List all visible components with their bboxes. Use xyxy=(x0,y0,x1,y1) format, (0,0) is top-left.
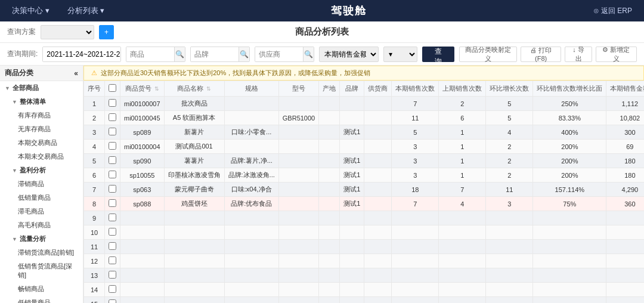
table-row[interactable]: 4mi00100004测试商品001312200%6915 xyxy=(84,140,645,154)
print-btn[interactable]: 🖨 打印(F8) xyxy=(521,47,561,62)
table-row[interactable]: 12 xyxy=(84,254,645,268)
row-checkbox[interactable] xyxy=(109,156,116,164)
sku-search-icon[interactable]: 🔍 xyxy=(239,47,249,62)
table-row[interactable]: 11 xyxy=(84,240,645,254)
sidebar-item-traded[interactable]: 本期交易商品 xyxy=(0,136,83,150)
table-row[interactable]: 5sp090薯薯片品牌:薯片,净...测试1312200%18060 xyxy=(84,154,645,168)
table-cell[interactable] xyxy=(105,140,120,154)
table-cell[interactable] xyxy=(105,197,120,211)
sidebar-item-in-stock[interactable]: 有库存商品 xyxy=(0,109,83,122)
return-erp-btn[interactable]: ⊙ 返回 ERP xyxy=(593,6,632,16)
table-row[interactable]: 8sp088鸡蛋饼坯品牌:优布食品测试174375%3602401 xyxy=(84,197,645,211)
table-row[interactable]: 7sp063蒙元椰子曲奇口味:x04,净合测试118711157.114%4,2… xyxy=(84,183,645,197)
row-checkbox[interactable] xyxy=(109,271,116,279)
table-cell xyxy=(392,225,439,240)
sort-icon[interactable]: ⇅ xyxy=(206,86,211,92)
item-label: 本期交易商品 xyxy=(18,138,57,147)
table-cell: 蒙元椰子曲奇 xyxy=(164,183,224,197)
table-body: 1mi00100007批次商品725250%1,112801.02mi00100… xyxy=(84,97,645,304)
table-row[interactable]: 1mi00100007批次商品725250%1,112801.0 xyxy=(84,97,645,111)
table-cell xyxy=(533,240,606,254)
table-row[interactable]: 13 xyxy=(84,268,645,283)
sidebar-collapse-icon[interactable]: « xyxy=(74,69,78,78)
sidebar-item-slow-flow-pre[interactable]: 滞销货流商品[前销] xyxy=(0,246,83,259)
select-all-checkbox[interactable] xyxy=(109,84,116,92)
row-checkbox[interactable] xyxy=(109,113,116,121)
sku-input[interactable] xyxy=(191,47,239,62)
table-cell[interactable] xyxy=(105,297,120,304)
sidebar-item-low-margin[interactable]: 滞毛商品 xyxy=(0,205,83,218)
metric-sub-select[interactable]: ▾ xyxy=(383,47,417,62)
export-btn[interactable]: ↓ 导出 xyxy=(565,47,592,62)
row-checkbox[interactable] xyxy=(109,185,116,193)
sidebar-item-low-qty[interactable]: 低销量商品 xyxy=(0,296,83,303)
sidebar-item-slow-sales[interactable]: 滞销商品 xyxy=(0,177,83,191)
row-checkbox[interactable] xyxy=(109,214,116,221)
decision-center-menu[interactable]: 决策中心 ▾ xyxy=(12,5,49,16)
table-cell[interactable] xyxy=(105,168,120,183)
sidebar-item-no-stock[interactable]: 无库存商品 xyxy=(0,122,83,136)
table-cell[interactable] xyxy=(105,97,120,111)
sidebar-item-not-traded[interactable]: 本期未交易商品 xyxy=(0,150,83,163)
table-cell xyxy=(364,140,392,154)
supplier-input[interactable] xyxy=(255,47,303,62)
table-cell[interactable] xyxy=(105,125,120,140)
table-cell[interactable] xyxy=(105,268,120,283)
supplier-search-icon[interactable]: 🔍 xyxy=(303,47,314,62)
sidebar-item-overall-list[interactable]: ▼ 整体清单 xyxy=(0,95,83,109)
sort-icon[interactable]: ⇅ xyxy=(154,86,159,92)
row-checkbox[interactable] xyxy=(109,128,116,135)
row-checkbox[interactable] xyxy=(109,242,116,250)
notice-bar: ⚠ 这部分商品近30天销售额环比下跌达到20%，找到最具体下跌原因，或降低采购量… xyxy=(83,66,644,81)
row-checkbox[interactable] xyxy=(109,256,116,264)
analysis-list-menu[interactable]: 分析列表 ▾ xyxy=(67,5,105,16)
table-cell xyxy=(486,240,533,254)
sidebar-item-profit[interactable]: ▼ 盈利分析 xyxy=(0,163,83,177)
row-checkbox[interactable] xyxy=(109,142,116,150)
sidebar-item-all-goods[interactable]: ▼ 全部商品 xyxy=(0,81,83,95)
table-cell xyxy=(164,297,224,304)
metric-select[interactable]: 本期销售金额 xyxy=(319,47,379,62)
goods-input[interactable] xyxy=(126,47,174,62)
table-cell[interactable] xyxy=(105,225,120,240)
category-mapping-btn[interactable]: 商品分类映射定义 xyxy=(459,47,517,62)
date-range-input[interactable] xyxy=(43,47,121,62)
table-row[interactable]: 10 xyxy=(84,225,645,240)
query-scheme-select[interactable] xyxy=(41,25,94,39)
row-checkbox[interactable] xyxy=(109,228,116,236)
table-row[interactable]: 14 xyxy=(84,283,645,297)
table-cell: 品牌:薯片,净... xyxy=(224,154,278,168)
table-row[interactable]: 3sp089新薯片口味:小零食...测试1514400%300602 xyxy=(84,125,645,140)
sidebar-item-best-seller[interactable]: 畅销商品 xyxy=(0,282,83,296)
table-cell[interactable] xyxy=(105,111,120,125)
row-checkbox[interactable] xyxy=(109,199,116,207)
table-cell[interactable] xyxy=(105,283,120,297)
table-cell[interactable] xyxy=(105,254,120,268)
row-checkbox[interactable] xyxy=(109,285,116,293)
table-row[interactable]: 2mi00100045A5 软面抱算本GBR51000116583.33%10,… xyxy=(84,111,645,125)
sidebar-item-low-flow-deep[interactable]: 低销售货流商品[深销] xyxy=(0,259,83,282)
sidebar-item-traffic[interactable]: ▼ 流量分析 xyxy=(0,232,83,246)
table-cell xyxy=(164,283,224,297)
table-cell[interactable] xyxy=(105,154,120,168)
table-row[interactable]: 9 xyxy=(84,211,645,225)
table-cell[interactable] xyxy=(105,183,120,197)
sidebar-item-low-sales[interactable]: 低销量商品 xyxy=(0,191,83,205)
expand-icon: ▼ xyxy=(5,85,10,91)
add-query-scheme-btn[interactable]: + xyxy=(99,25,114,39)
new-define-btn[interactable]: ⚙ 新增定义 xyxy=(596,47,637,62)
col-growth-count: 环比增长次数 xyxy=(486,81,533,97)
table-cell xyxy=(533,283,606,297)
table-cell[interactable] xyxy=(105,240,120,254)
table-cell: 1,112 xyxy=(606,97,644,111)
goods-search-icon[interactable]: 🔍 xyxy=(174,47,185,62)
search-btn[interactable]: 查询 xyxy=(422,47,454,62)
sidebar-item-high-margin[interactable]: 高毛利商品 xyxy=(0,218,83,232)
row-checkbox[interactable] xyxy=(109,171,116,178)
table-cell[interactable] xyxy=(105,211,120,225)
row-checkbox[interactable] xyxy=(109,99,116,107)
table-row[interactable]: 6sp10055印墨核冰激凌雪角品牌:冰激凌角...测试1312200%1806… xyxy=(84,168,645,183)
row-checkbox[interactable] xyxy=(109,299,116,303)
table-row[interactable]: 15 xyxy=(84,297,645,304)
table-header-row: 序号 商品货号 ⇅ 商品名称 ⇅ 规格 型号 产地 品牌 供货商 本期销售次数 … xyxy=(84,81,645,97)
